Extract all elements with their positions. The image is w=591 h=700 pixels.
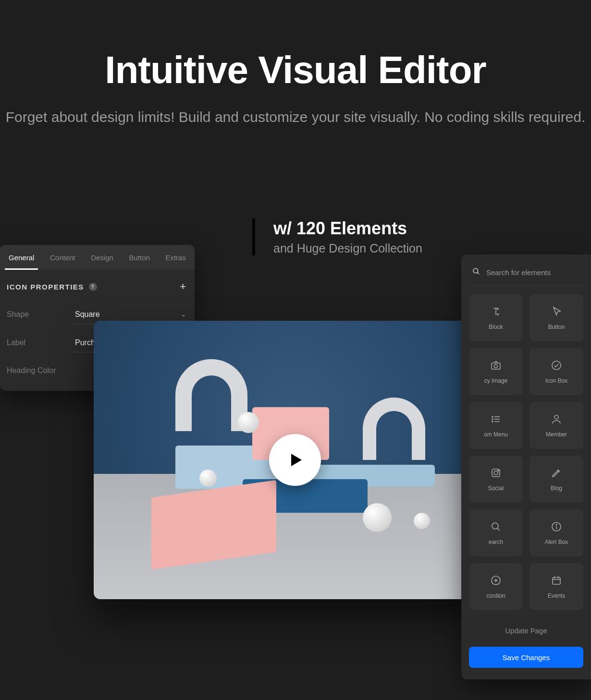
plus-circle-icon — [490, 574, 502, 587]
label-label: Label — [7, 338, 63, 347]
svg-point-13 — [494, 471, 498, 475]
svg-point-9 — [492, 419, 493, 420]
tile-label: Alert Box — [545, 539, 568, 545]
tile-label: Icon Box — [545, 377, 568, 384]
tile-label: Events — [548, 592, 566, 599]
svg-rect-23 — [553, 578, 560, 584]
section-title: ICON PROPERTIES — [7, 283, 84, 291]
check-circle-icon — [551, 359, 562, 372]
shape-label: Shape — [7, 310, 63, 319]
tab-content[interactable]: Content — [46, 245, 79, 270]
calendar-icon — [551, 574, 562, 587]
svg-point-0 — [473, 268, 478, 273]
pen-icon — [551, 467, 562, 479]
search-bar — [469, 263, 583, 286]
decorative-shape — [238, 412, 259, 433]
tile-label: Block — [489, 324, 503, 330]
play-button[interactable] — [269, 434, 321, 486]
tab-design[interactable]: Design — [87, 245, 117, 270]
page-subtitle: Forget about design limits! Build and cu… — [0, 107, 591, 128]
info-icon — [551, 520, 562, 533]
element-tile-cordion[interactable]: cordion — [469, 563, 523, 610]
add-property-button[interactable]: + — [180, 280, 186, 293]
elements-subheading: w/ 120 Elements and Huge Design Collecti… — [252, 218, 422, 255]
svg-point-11 — [554, 415, 558, 419]
tile-label: Blog — [551, 485, 562, 492]
menu-list-icon — [490, 413, 502, 425]
search-input[interactable] — [486, 268, 580, 277]
elements-count: w/ 120 Elements — [273, 218, 422, 239]
svg-line-1 — [477, 272, 479, 274]
svg-point-10 — [492, 421, 493, 422]
cursor-icon — [551, 305, 562, 318]
tab-general[interactable]: General — [5, 245, 38, 270]
tile-label: Social — [488, 485, 504, 492]
save-changes-button[interactable]: Save Changes — [469, 647, 583, 668]
element-tile-icon-box[interactable]: Icon Box — [529, 348, 583, 395]
svg-point-3 — [494, 364, 498, 368]
element-tile-alert-box[interactable]: Alert Box — [529, 509, 583, 556]
element-tile-om-menu[interactable]: om Menu — [469, 402, 523, 449]
properties-tabs: General Content Design Button Extras — [0, 245, 195, 270]
decorative-shape — [363, 398, 425, 460]
element-tile-social[interactable]: Social — [469, 456, 523, 503]
camera-icon — [490, 359, 502, 372]
decorative-shape — [363, 503, 392, 532]
decorative-shape — [175, 359, 247, 431]
element-tile-block[interactable]: Block — [469, 294, 523, 341]
text-height-icon — [490, 305, 502, 318]
search-icon — [490, 520, 502, 533]
elements-panel: BlockButtoncy ImageIcon Boxom MenuMember… — [461, 254, 591, 679]
chevron-down-icon: ⌄ — [181, 311, 186, 318]
update-page-button[interactable]: Update Page — [469, 620, 583, 641]
video-preview — [94, 321, 496, 599]
instagram-icon — [490, 467, 502, 479]
heading-color-label: Heading Color — [7, 366, 63, 375]
element-tile-earch[interactable]: earch — [469, 509, 523, 556]
svg-point-19 — [556, 524, 557, 525]
svg-point-8 — [492, 416, 493, 417]
svg-rect-2 — [492, 363, 500, 369]
element-tile-member[interactable]: Member — [529, 402, 583, 449]
svg-point-15 — [492, 523, 498, 529]
search-icon — [472, 267, 480, 278]
element-tile-blog[interactable]: Blog — [529, 456, 583, 503]
elements-tagline: and Huge Design Collection — [273, 241, 422, 255]
tile-label: cordion — [486, 592, 505, 599]
user-icon — [551, 413, 562, 425]
tile-label: Member — [546, 431, 567, 438]
help-icon[interactable]: ? — [89, 283, 97, 291]
tile-label: om Menu — [484, 431, 508, 438]
tab-button[interactable]: Button — [125, 245, 153, 270]
svg-point-4 — [552, 361, 561, 370]
tab-extras[interactable]: Extras — [161, 245, 190, 270]
decorative-shape — [414, 513, 430, 529]
page-title: Intuitive Visual Editor — [0, 48, 591, 92]
element-tile-events[interactable]: Events — [529, 563, 583, 610]
svg-line-16 — [497, 528, 500, 531]
element-tile-button[interactable]: Button — [529, 294, 583, 341]
element-tile-cy-image[interactable]: cy Image — [469, 348, 523, 395]
shape-value: Square — [75, 310, 100, 319]
svg-point-14 — [498, 470, 499, 471]
tile-label: Button — [548, 324, 565, 330]
tile-label: earch — [489, 539, 503, 545]
tile-label: cy Image — [484, 377, 508, 384]
decorative-shape — [199, 470, 217, 487]
